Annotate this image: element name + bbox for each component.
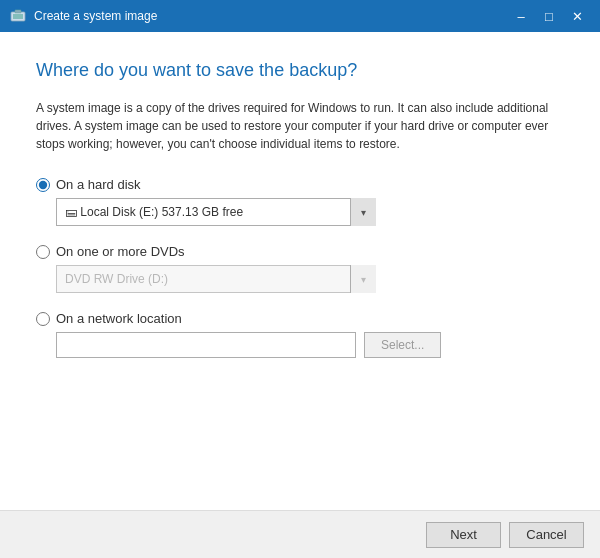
dvd-label: On one or more DVDs xyxy=(56,244,185,259)
hard-disk-label: On a hard disk xyxy=(56,177,141,192)
main-content: Where do you want to save the backup? A … xyxy=(0,32,600,510)
hard-disk-radio-label[interactable]: On a hard disk xyxy=(36,177,564,192)
network-label: On a network location xyxy=(56,311,182,326)
hard-disk-select[interactable]: 🖴 Local Disk (E:) 537.13 GB free xyxy=(56,198,376,226)
next-button[interactable]: Next xyxy=(426,522,501,548)
network-location-row: Select... xyxy=(56,332,564,358)
options-section: On a hard disk 🖴 Local Disk (E:) 537.13 … xyxy=(36,177,564,494)
close-button[interactable]: ✕ xyxy=(564,6,590,26)
hard-disk-select-wrapper: 🖴 Local Disk (E:) 537.13 GB free ▾ xyxy=(56,198,376,226)
title-bar: Create a system image – □ ✕ xyxy=(0,0,600,32)
network-radio[interactable] xyxy=(36,312,50,326)
minimize-button[interactable]: – xyxy=(508,6,534,26)
hard-disk-radio[interactable] xyxy=(36,178,50,192)
cancel-button[interactable]: Cancel xyxy=(509,522,584,548)
hard-disk-option-group: On a hard disk 🖴 Local Disk (E:) 537.13 … xyxy=(36,177,564,226)
network-select-button[interactable]: Select... xyxy=(364,332,441,358)
description-text: A system image is a copy of the drives r… xyxy=(36,99,564,153)
title-bar-controls: – □ ✕ xyxy=(508,6,590,26)
network-location-input[interactable] xyxy=(56,332,356,358)
maximize-button[interactable]: □ xyxy=(536,6,562,26)
page-heading: Where do you want to save the backup? xyxy=(36,60,564,81)
dvd-option-group: On one or more DVDs DVD RW Drive (D:) ▾ xyxy=(36,244,564,293)
title-bar-title: Create a system image xyxy=(34,9,508,23)
dvd-radio-label[interactable]: On one or more DVDs xyxy=(36,244,564,259)
dvd-select-wrapper: DVD RW Drive (D:) ▾ xyxy=(56,265,376,293)
svg-rect-2 xyxy=(15,10,21,13)
title-bar-icon xyxy=(10,8,26,24)
svg-rect-1 xyxy=(13,14,23,19)
network-option-group: On a network location Select... xyxy=(36,311,564,358)
dvd-radio[interactable] xyxy=(36,245,50,259)
footer: Next Cancel xyxy=(0,510,600,558)
network-radio-label[interactable]: On a network location xyxy=(36,311,564,326)
dvd-select[interactable]: DVD RW Drive (D:) xyxy=(56,265,376,293)
